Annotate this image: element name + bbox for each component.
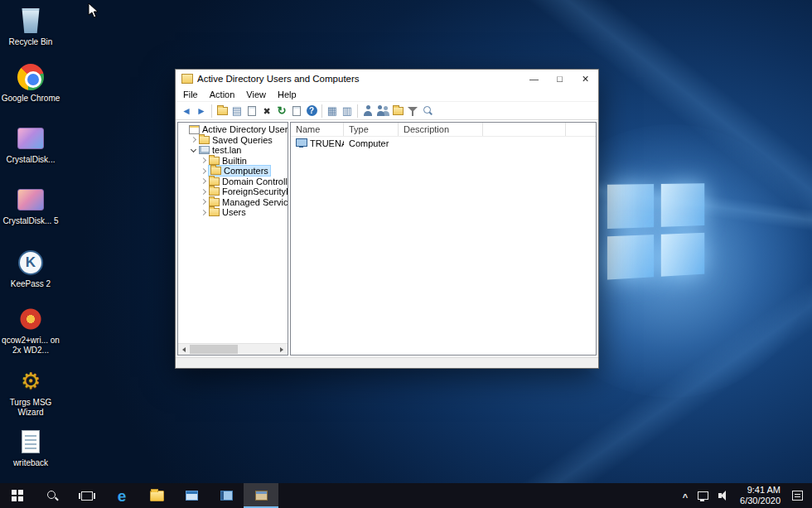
chevron-right-icon[interactable] <box>201 157 206 163</box>
tree-item-domain-controllers[interactable]: Domain Controllers <box>178 177 288 187</box>
tree-item-computers[interactable]: Computers <box>178 166 288 177</box>
taskbar-app-button-1[interactable] <box>174 483 209 508</box>
chevron-right-icon[interactable] <box>201 168 206 174</box>
action-center-button[interactable] <box>787 483 808 508</box>
show-hidden-icons-button[interactable]: ^ <box>678 485 693 508</box>
tree-item-foreignsecurityprincipals[interactable]: ForeignSecurityPrincipals <box>178 186 288 197</box>
refresh-icon[interactable]: ↻ <box>274 104 289 119</box>
toolbar-separator <box>357 104 358 118</box>
app-window-icon <box>186 491 198 501</box>
chevron-down-icon[interactable] <box>191 147 196 152</box>
desktop-icon-turgs-msg-wizard[interactable]: ⚙ Turgs MSG Wizard <box>0 367 61 418</box>
create-group-icon[interactable] <box>375 104 390 119</box>
scroll-left-icon[interactable] <box>178 344 190 355</box>
file-explorer-icon <box>150 491 164 501</box>
maximize-button[interactable]: □ <box>547 70 573 88</box>
tree-item-builtin[interactable]: Builtin <box>178 156 288 167</box>
properties-icon[interactable] <box>244 104 259 119</box>
scroll-right-icon[interactable] <box>276 344 288 355</box>
task-view-button[interactable] <box>70 483 104 508</box>
chevron-right-icon[interactable] <box>201 189 206 195</box>
minimize-button[interactable]: — <box>521 70 547 88</box>
create-user-icon[interactable] <box>360 104 375 119</box>
export-list-icon[interactable] <box>289 104 304 119</box>
back-icon[interactable]: ◄ <box>179 104 194 119</box>
column-header-name[interactable]: Name <box>291 123 344 136</box>
app-window-icon <box>220 491 233 501</box>
desktop-icon-label: CrystalDisk... <box>0 155 61 165</box>
folder-icon <box>199 136 210 144</box>
menu-bar: File Action View Help <box>176 88 598 102</box>
start-button[interactable] <box>0 483 35 508</box>
taskbar-active-app-button[interactable] <box>244 483 278 508</box>
forward-icon[interactable]: ► <box>194 104 209 119</box>
menu-action[interactable]: Action <box>204 89 241 100</box>
desktop-icon-qcow2[interactable]: qcow2+wri... on 2x WD2... <box>0 305 61 356</box>
create-ou-icon[interactable] <box>390 104 405 119</box>
chevron-right-icon[interactable] <box>191 137 196 143</box>
show-console-tree-icon[interactable]: ▤ <box>230 104 244 119</box>
list-view-icon[interactable]: ▦ <box>325 104 340 119</box>
folder-icon <box>209 157 220 165</box>
item-name: TRUENAS <box>310 138 344 148</box>
desktop-icon-keepass-2[interactable]: K KeePass 2 <box>0 249 61 289</box>
delete-icon[interactable]: ✖ <box>259 104 274 119</box>
desktop-icon-google-chrome[interactable]: Google Chrome <box>0 63 61 104</box>
scrollbar-thumb[interactable] <box>190 345 238 354</box>
desktop-icon-label: qcow2+wri... on 2x WD2... <box>0 336 61 356</box>
desktop-icon-crystaldisk-5[interactable]: CrystalDisk... 5 <box>0 186 61 226</box>
tree-root[interactable]: Active Directory Users and Computers <box>178 124 288 135</box>
desktop-icon-label: writeback <box>0 458 61 468</box>
set-filter-icon[interactable] <box>405 104 420 119</box>
tree-item-saved-queries[interactable]: Saved Queries <box>178 135 288 146</box>
horizontal-scrollbar[interactable] <box>178 343 288 355</box>
tree-item-test-lan[interactable]: test.lan <box>178 145 288 156</box>
network-tray-button[interactable] <box>693 483 713 508</box>
scrollbar-track[interactable] <box>190 344 276 355</box>
column-header-type[interactable]: Type <box>344 123 399 136</box>
console-tree: Active Directory Users and Computers Sav… <box>178 123 288 218</box>
mmc-console-icon <box>255 491 268 501</box>
help-icon[interactable]: ? <box>304 104 319 119</box>
tree-item-managed-service-accounts[interactable]: Managed Service Accounts <box>178 197 288 208</box>
column-header-description[interactable]: Description <box>399 123 483 136</box>
chevron-right-icon[interactable] <box>201 199 206 205</box>
clock-date: 6/30/2020 <box>740 496 781 506</box>
taskbar-file-explorer-button[interactable] <box>139 483 174 508</box>
network-icon <box>698 491 708 501</box>
results-pane: Name Type Description TRUENAS Computer <box>290 122 597 356</box>
up-one-level-icon[interactable] <box>215 104 230 119</box>
desktop-icon-label: Turgs MSG Wizard <box>0 398 61 418</box>
folder-icon <box>210 167 221 175</box>
taskbar-search-button[interactable] <box>35 483 70 508</box>
close-button[interactable]: × <box>573 70 598 88</box>
menu-view[interactable]: View <box>240 89 272 100</box>
volume-tray-button[interactable] <box>713 483 733 508</box>
system-tray: ^ 9:41 AM 6/30/2020 <box>678 483 812 508</box>
chevron-right-icon[interactable] <box>201 210 206 215</box>
task-view-icon <box>81 491 93 501</box>
windows-start-icon <box>12 490 23 501</box>
domain-icon <box>199 146 210 154</box>
title-bar[interactable]: Active Directory Users and Computers — □… <box>176 70 598 88</box>
menu-help[interactable]: Help <box>272 89 302 100</box>
chevron-right-icon[interactable] <box>201 178 206 184</box>
find-icon[interactable] <box>420 104 435 119</box>
crystaldisk-icon <box>17 186 45 214</box>
taskbar-app-button-2[interactable] <box>209 483 244 508</box>
taskbar-edge-button[interactable]: e <box>104 483 139 508</box>
taskbar-clock[interactable]: 9:41 AM 6/30/2020 <box>733 485 787 506</box>
windows-logo-pane <box>607 184 654 229</box>
folder-icon <box>209 187 220 196</box>
desktop-icon-recycle-bin[interactable]: Recycle Bin <box>0 7 61 47</box>
list-item-truenas[interactable]: TRUENAS Computer <box>291 137 596 149</box>
desktop-icon-writeback[interactable]: writeback <box>0 428 61 468</box>
search-icon <box>47 491 58 501</box>
tree-item-users[interactable]: Users <box>178 207 288 218</box>
menu-file[interactable]: File <box>177 89 204 100</box>
folder-icon <box>209 177 220 186</box>
desktop-icon-crystaldisk[interactable]: CrystalDisk... <box>0 124 61 165</box>
item-type: Computer <box>344 138 399 148</box>
console-tree-pane: Active Directory Users and Computers Sav… <box>177 122 288 356</box>
detail-view-icon[interactable]: ▥ <box>340 104 355 119</box>
